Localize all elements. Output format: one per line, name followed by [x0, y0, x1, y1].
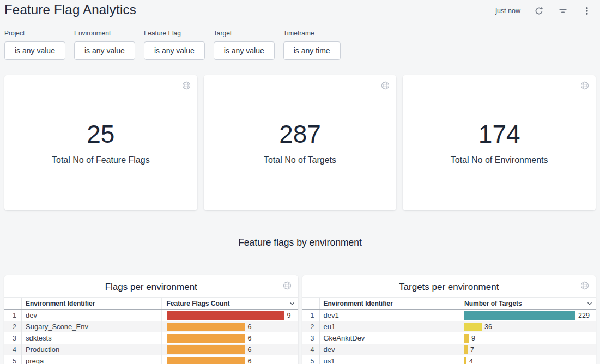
- kpi-value: 174: [478, 120, 520, 148]
- filter-value-button-project[interactable]: is any value: [4, 41, 65, 60]
- kpi-card: 287 Total No of Targets: [204, 75, 397, 210]
- table-row: 2 eu1 36: [302, 321, 596, 332]
- value-bar: [167, 323, 245, 331]
- table-row: 1 dev1 229: [302, 310, 596, 321]
- identifier-column-header[interactable]: Environment Identifier: [320, 298, 459, 309]
- filter-value-button-timeframe[interactable]: is any time: [283, 41, 341, 60]
- table-card: Targets per environment Environment Iden…: [302, 275, 596, 364]
- filter-group: Environment is any value: [74, 29, 135, 60]
- table-row: 3 sdktests 6: [4, 332, 298, 344]
- filter-value-button-environment[interactable]: is any value: [74, 41, 135, 60]
- value-label: 6: [248, 323, 252, 331]
- value-label: 9: [287, 312, 291, 319]
- globe-icon[interactable]: [580, 281, 589, 292]
- row-number-cell: 2: [4, 321, 22, 332]
- value-label: 36: [484, 323, 492, 331]
- identifier-cell[interactable]: dev1: [320, 310, 459, 321]
- identifier-cell[interactable]: eu1: [320, 321, 459, 332]
- row-number-cell: 4: [302, 344, 320, 355]
- table-header-row: Environment Identifier Feature Flags Cou…: [4, 297, 298, 310]
- kpi-row: 25 Total No of Feature Flags 287 Total N…: [4, 75, 596, 210]
- value-bar: [167, 334, 245, 343]
- value-cell[interactable]: 4: [459, 355, 596, 364]
- chevron-down-icon[interactable]: [288, 300, 296, 307]
- filter-value-button-target[interactable]: is any value: [214, 41, 275, 60]
- filter-label: Environment: [74, 29, 135, 37]
- table-header-row: Environment Identifier Number of Targets: [302, 297, 596, 310]
- value-label: 6: [248, 357, 252, 364]
- last-updated-text: just now: [495, 7, 520, 15]
- value-label: 9: [471, 335, 475, 342]
- value-cell[interactable]: 6: [161, 344, 298, 355]
- value-bar: [464, 345, 468, 354]
- value-label: 6: [248, 346, 252, 354]
- identifier-cell[interactable]: us1: [320, 355, 459, 364]
- table-row: 3 GkeAnkitDev 9: [302, 332, 596, 344]
- row-number-cell: 3: [4, 332, 22, 344]
- globe-icon[interactable]: [381, 81, 390, 92]
- value-cell[interactable]: 229: [459, 310, 596, 321]
- value-cell[interactable]: 9: [161, 310, 298, 321]
- value-cell[interactable]: 6: [161, 332, 298, 344]
- value-column-header-label: Number of Targets: [464, 300, 522, 307]
- table-row: 4 dev 7: [302, 344, 596, 355]
- page-title: Feature Flag Analytics: [4, 2, 136, 17]
- table-card: Flags per environment Environment Identi…: [4, 275, 298, 364]
- filter-label: Target: [214, 29, 275, 37]
- globe-icon[interactable]: [182, 81, 191, 92]
- value-column-header[interactable]: Feature Flags Count: [161, 298, 298, 309]
- value-bar: [167, 345, 245, 354]
- kpi-value: 287: [279, 120, 321, 148]
- value-cell[interactable]: 6: [161, 355, 298, 364]
- row-number-cell: 5: [302, 355, 320, 364]
- value-cell[interactable]: 6: [161, 321, 298, 332]
- globe-icon[interactable]: [283, 281, 292, 292]
- identifier-cell[interactable]: sdktests: [22, 332, 161, 344]
- row-number-cell: 5: [4, 355, 22, 364]
- value-bar: [464, 334, 469, 343]
- header-controls: just now: [495, 5, 592, 16]
- row-number-header: [4, 298, 22, 309]
- filter-group: Timeframe is any time: [283, 29, 341, 60]
- identifier-cell[interactable]: GkeAnkitDev: [320, 332, 459, 344]
- identifier-cell[interactable]: Production: [22, 344, 161, 355]
- value-bar: [464, 323, 482, 331]
- filter-label: Timeframe: [283, 29, 341, 37]
- table-row: 4 Production 6: [4, 344, 298, 355]
- value-cell[interactable]: 7: [459, 344, 596, 355]
- row-number-header: [302, 298, 320, 309]
- filter-icon[interactable]: [557, 5, 568, 16]
- filter-group: Project is any value: [4, 29, 65, 60]
- globe-icon[interactable]: [580, 81, 589, 92]
- row-number-cell: 1: [4, 310, 22, 321]
- value-cell[interactable]: 9: [459, 332, 596, 344]
- table-row: 5 prega 6: [4, 355, 298, 364]
- table-row: 2 Sugary_Scone_Env 6: [4, 321, 298, 332]
- filter-label: Project: [4, 29, 65, 37]
- table-body: 1 dev 9 2 Sugary_Scone_Env 6 3 sdktests …: [4, 310, 298, 364]
- identifier-cell[interactable]: Sugary_Scone_Env: [22, 321, 161, 332]
- table-title: Targets per environment: [302, 275, 596, 293]
- kpi-card: 174 Total No of Environments: [403, 75, 596, 210]
- tables-row: Flags per environment Environment Identi…: [4, 275, 596, 364]
- value-cell[interactable]: 36: [459, 321, 596, 332]
- identifier-cell[interactable]: prega: [22, 355, 161, 364]
- filter-label: Feature Flag: [144, 29, 205, 37]
- identifier-cell[interactable]: dev: [22, 310, 161, 321]
- table-title: Flags per environment: [4, 275, 298, 293]
- identifier-column-header[interactable]: Environment Identifier: [22, 298, 161, 309]
- row-number-cell: 4: [4, 344, 22, 355]
- value-label: 6: [248, 335, 252, 342]
- value-column-header[interactable]: Number of Targets: [459, 298, 596, 309]
- chevron-down-icon[interactable]: [586, 300, 593, 307]
- filter-group: Target is any value: [214, 29, 275, 60]
- row-number-cell: 2: [302, 321, 320, 332]
- kpi-label: Total No of Environments: [451, 155, 548, 165]
- kebab-menu-icon[interactable]: [581, 5, 592, 16]
- refresh-icon[interactable]: [534, 5, 544, 16]
- identifier-cell[interactable]: dev: [320, 344, 459, 355]
- kpi-label: Total No of Feature Flags: [52, 155, 150, 165]
- filter-value-button-feature-flag[interactable]: is any value: [144, 41, 205, 60]
- value-bar: [167, 357, 245, 364]
- value-column-header-label: Feature Flags Count: [167, 300, 230, 307]
